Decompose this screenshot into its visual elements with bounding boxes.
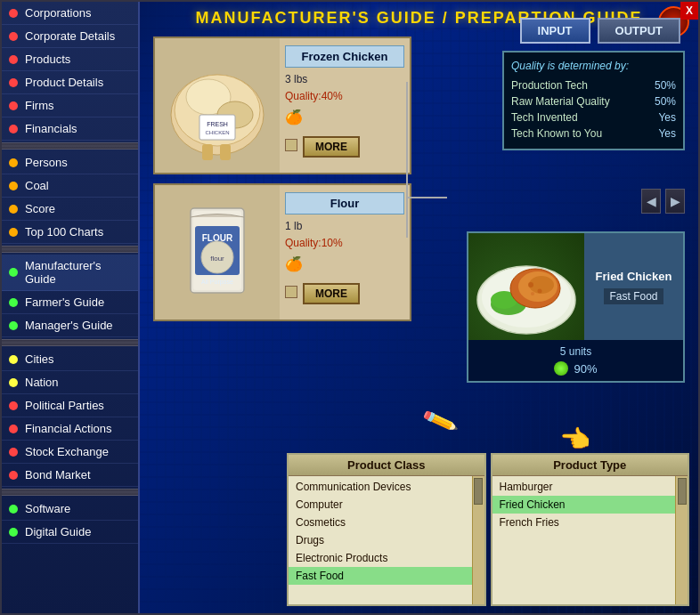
sidebar-label-software: Software: [25, 502, 70, 515]
sidebar-divider: [2, 339, 138, 346]
sidebar-label-stock-exchange: Stock Exchange: [25, 445, 109, 458]
sidebar-item-persons[interactable]: Persons: [2, 151, 138, 174]
quality-value-1: 50%: [655, 79, 676, 92]
sidebar-label-product-details: Product Details: [25, 76, 103, 89]
product-type-item-1[interactable]: Fried Chicken: [492, 496, 688, 514]
sidebar-item-manufacturers-guide[interactable]: Manufacturer's Guide: [2, 255, 138, 291]
sidebar-label-corporations: Corporations: [25, 6, 91, 20]
product-class-item-2[interactable]: Cosmetics: [289, 514, 484, 531]
sidebar-item-managers-guide[interactable]: Manager's Guide: [2, 314, 138, 337]
product-class-item-3[interactable]: Drugs: [289, 531, 484, 549]
quality-label-1: Production Tech: [511, 79, 588, 92]
quality-value-4: Yes: [658, 127, 676, 140]
svg-point-28: [538, 289, 542, 294]
svg-point-29: [531, 292, 534, 295]
sidebar-dot-cities: [9, 355, 18, 364]
product-type-list: HamburgerFried ChickenFrench Fries: [492, 476, 688, 533]
fried-chicken-svg: [468, 233, 584, 340]
sidebar-divider: [2, 142, 138, 150]
product2-name: Flour: [285, 192, 404, 214]
sidebar-item-financials[interactable]: Financials: [2, 117, 138, 141]
sidebar-item-product-details[interactable]: Product Details: [2, 71, 138, 94]
close-button[interactable]: X: [680, 2, 698, 20]
sidebar-item-corporate-details[interactable]: Corporate Details: [2, 25, 138, 48]
sidebar-item-software[interactable]: Software: [2, 498, 138, 521]
product1-weight: 3 lbs: [285, 71, 404, 88]
product2-more-button[interactable]: MORE: [303, 283, 360, 304]
quality-title: Quality is determined by:: [511, 60, 676, 72]
product2-quality: Quality:10%: [285, 235, 404, 252]
product-class-item-4[interactable]: Electronic Products: [289, 549, 484, 567]
product1-more-button[interactable]: MORE: [303, 136, 360, 158]
sidebar-dot-managers-guide: [9, 321, 18, 330]
output-quality-row: 90%: [477, 361, 674, 376]
sidebar-divider: [2, 246, 138, 253]
product-class-scrollbar-thumb[interactable]: [474, 478, 483, 505]
sidebar-item-farmers-guide[interactable]: Farmer's Guide: [2, 291, 138, 314]
prev-arrow[interactable]: ◀: [641, 189, 661, 214]
sidebar-dot-financials: [9, 125, 18, 134]
product-type-content: HamburgerFried ChickenFrench Fries: [492, 476, 688, 604]
sidebar-label-score: Score: [25, 202, 55, 215]
sidebar-item-financial-actions[interactable]: Financial Actions: [2, 417, 138, 441]
svg-rect-4: [220, 144, 231, 160]
sidebar-label-persons: Persons: [25, 156, 68, 169]
next-arrow[interactable]: ▶: [665, 189, 685, 214]
sidebar-item-firms[interactable]: Firms: [2, 94, 138, 117]
product-class-scrollbar[interactable]: [472, 476, 484, 604]
sidebar-item-digital-guide[interactable]: Digital Guide: [2, 521, 138, 544]
output-product-image: [468, 233, 584, 340]
output-quality-value: 90%: [574, 362, 597, 376]
sidebar-label-cities: Cities: [25, 352, 54, 366]
product-type-title: Product Type: [492, 455, 688, 476]
product1-checkbox[interactable]: [285, 139, 297, 151]
nav-arrows: ◀ ▶: [641, 189, 685, 214]
sidebar-dot-political-parties: [9, 401, 18, 410]
sidebar-dot-stock-exchange: [9, 448, 18, 457]
sidebar-dot-farmers-guide: [9, 298, 18, 307]
product-class-item-5[interactable]: Fast Food: [289, 567, 484, 585]
product-class-item-0[interactable]: Communication Devices: [289, 478, 484, 496]
sidebar-item-cities[interactable]: Cities: [2, 348, 138, 371]
product-class-item-1[interactable]: Computer: [289, 496, 484, 514]
product-box-1: FRESH CHICKEN Frozen Chicken 3 lbs Quali…: [153, 36, 411, 174]
sidebar: CorporationsCorporate DetailsProductsPro…: [2, 2, 140, 615]
product1-quality: Quality:40%: [285, 88, 404, 105]
output-button[interactable]: OUTPUT: [598, 18, 680, 44]
sidebar-dot-coal: [9, 182, 18, 190]
quality-label-3: Tech Invented: [511, 111, 578, 124]
sidebar-item-corporations[interactable]: Corporations: [2, 2, 138, 25]
sidebar-item-political-parties[interactable]: Political Parties: [2, 394, 138, 417]
pencil-icon: ✏️: [420, 402, 460, 441]
svg-text:All Purpose: All Purpose: [201, 279, 233, 286]
quality-indicator-ball: [554, 361, 568, 376]
sidebar-item-products[interactable]: Products: [2, 48, 138, 71]
sidebar-label-farmers-guide: Farmer's Guide: [25, 295, 104, 309]
product1-image: FRESH CHICKEN: [155, 38, 280, 173]
product2-checkbox[interactable]: [285, 286, 297, 298]
sidebar-dot-firms: [9, 101, 18, 110]
output-product-name: Fried Chicken: [596, 270, 672, 283]
quality-row-2: Raw Material Quality 50%: [511, 93, 676, 109]
product-type-item-0[interactable]: Hamburger: [492, 478, 688, 496]
sidebar-item-bond-market[interactable]: Bond Market: [2, 464, 138, 487]
bottom-section: Product Class Communication DevicesCompu…: [278, 449, 698, 613]
io-button-group: INPUT OUTPUT: [520, 18, 680, 44]
sidebar-item-coal[interactable]: Coal: [2, 174, 138, 198]
product2-image: FLOUR flour All Purpose: [155, 185, 280, 320]
input-button[interactable]: INPUT: [520, 18, 590, 44]
sidebar-item-nation[interactable]: Nation: [2, 371, 138, 394]
product-type-panel: Product Type HamburgerFried ChickenFrenc…: [491, 453, 690, 606]
product2-info: Flour 1 lb Quality:10% 🍊 MORE: [280, 185, 410, 320]
product-class-content: Communication DevicesComputerCosmeticsDr…: [289, 476, 484, 604]
product-type-scrollbar[interactable]: [675, 476, 688, 604]
sidebar-label-financials: Financials: [25, 122, 77, 135]
product-type-item-2[interactable]: French Fries: [492, 514, 688, 531]
product2-stats: 1 lb Quality:10%: [285, 218, 404, 252]
product-type-scrollbar-thumb[interactable]: [678, 478, 687, 505]
sidebar-dot-manufacturers-guide: [9, 268, 18, 277]
sidebar-item-score[interactable]: Score: [2, 198, 138, 221]
sidebar-label-digital-guide: Digital Guide: [25, 525, 91, 538]
sidebar-item-stock-exchange[interactable]: Stock Exchange: [2, 441, 138, 464]
sidebar-item-top100[interactable]: Top 100 Charts: [2, 221, 138, 244]
